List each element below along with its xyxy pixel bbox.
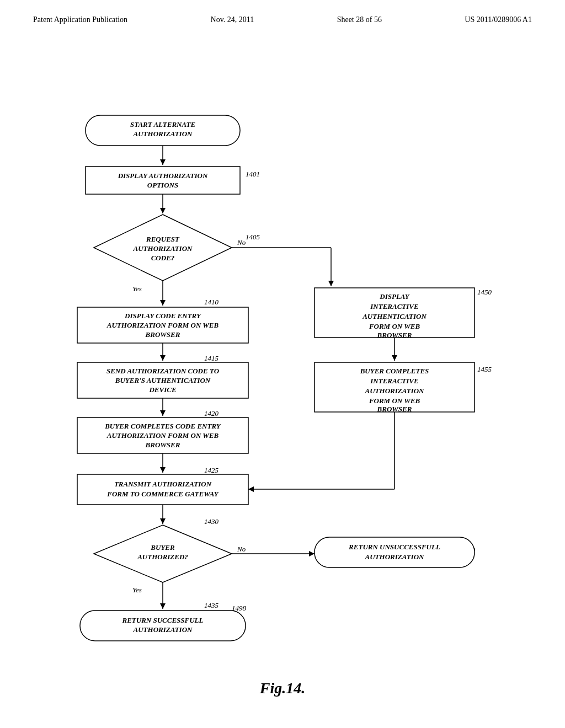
publication-label: Patent Application Publication — [33, 15, 127, 24]
sheet-label: Sheet 28 of 56 — [337, 15, 382, 24]
diamond-1430-text1: BUYER — [150, 543, 175, 552]
page-header: Patent Application Publication Nov. 24, … — [0, 0, 565, 30]
box-1410-text1: DISPLAY CODE ENTRY — [124, 312, 201, 320]
box-1415-text3: DEVICE — [148, 386, 176, 394]
no-label-1405: No — [237, 238, 246, 247]
box-1401 — [86, 167, 240, 194]
box-1499-text1: RETURN UNSUCCESSFULL — [348, 543, 440, 551]
box-1420-text3: BROWSER — [145, 441, 180, 449]
box-1435-text1: RETURN SUCCESSFULL — [121, 616, 203, 624]
diamond-1430-text2: AUTHORIZED? — [137, 553, 188, 561]
box-1450-text2: INTERACTIVE — [370, 302, 419, 311]
arrow4 — [160, 410, 166, 416]
box-1415-text2: BUYER'S AUTHENTICATION — [115, 376, 211, 384]
arrow-1450 — [392, 355, 397, 361]
figure-label: Fig.14. — [260, 679, 305, 697]
arrow6 — [160, 518, 166, 524]
box-1435-text2: AUTHORIZATION — [133, 625, 193, 634]
box-1450-text4: FORM ON WEB — [369, 322, 420, 330]
box-1415-text1: SEND AUTHORIZATION CODE TO — [106, 367, 220, 375]
diamond-1405-text2: AUTHORIZATION — [133, 244, 193, 253]
no-label-1430: No — [237, 545, 246, 553]
label-1401: 1401 — [246, 170, 260, 178]
label-1450: 1450 — [477, 288, 492, 296]
box-1455-text3: AUTHORIZATION — [365, 387, 425, 395]
label-1415: 1415 — [204, 354, 219, 362]
date-label: Nov. 24, 2011 — [211, 15, 254, 24]
label-1425: 1425 — [204, 466, 219, 474]
box-1455-text1: BUYER COMPLETES — [360, 367, 429, 375]
box-1410-text2: AUTHORIZATION FORM ON WEB — [106, 321, 219, 329]
yes-label-1405: Yes — [132, 285, 142, 293]
patent-label: US 2011/0289006 A1 — [465, 15, 532, 24]
arrow-yes2 — [160, 603, 166, 609]
label-1420: 1420 — [204, 409, 219, 417]
arrow-no — [328, 281, 334, 286]
box-1425-text1: TRANSMIT AUTHORIZATION — [114, 480, 212, 488]
box-1410-text3: BROWSER — [145, 330, 180, 339]
flowchart-svg: .box-text { font-family: 'Times New Roma… — [0, 35, 565, 714]
arrow-yes — [160, 300, 166, 306]
start-text-line2: AUTHORIZATION — [133, 130, 193, 138]
label-1498: 1498 — [232, 604, 247, 612]
label-1410: 1410 — [204, 298, 219, 306]
box-1450-text3: AUTHENTICATION — [362, 312, 427, 320]
box-1420-text1: BUYER COMPLETES CODE ENTRY — [104, 422, 221, 430]
box-1401-text1: DISPLAY AUTHORIZATION — [118, 172, 208, 180]
arrow1 — [160, 159, 166, 165]
yes-label-1430: Yes — [132, 586, 142, 594]
label-1430: 1430 — [204, 517, 219, 526]
arrow2 — [160, 208, 166, 213]
arrow3 — [160, 355, 166, 361]
arrow-no2 — [309, 551, 315, 556]
label-1455: 1455 — [477, 365, 492, 373]
diamond-1405-text3: CODE? — [151, 254, 175, 262]
box-1425-text2: FORM TO COMMERCE GATEWAY — [106, 490, 218, 498]
arrow-1455-join — [248, 486, 254, 492]
diamond-1405-text1: REQUEST — [146, 235, 180, 243]
box-1455-text4: FORM ON WEB — [369, 397, 420, 405]
label-1405: 1405 — [246, 233, 260, 241]
box-1455-text5: BROWSER — [377, 405, 412, 413]
box-1420-text2: AUTHORIZATION FORM ON WEB — [106, 431, 219, 440]
box-1401-text2: OPTIONS — [147, 181, 178, 189]
box-1499-text2: AUTHORIZATION — [365, 553, 425, 561]
arrow5 — [160, 467, 166, 473]
box-1450-text1: DISPLAY — [379, 292, 410, 301]
start-text-line1: START ALTERNATE — [130, 120, 195, 129]
box-1455-text2: INTERACTIVE — [370, 377, 419, 385]
label-1435: 1435 — [204, 601, 219, 609]
diagram-container: .box-text { font-family: 'Times New Roma… — [0, 35, 565, 714]
